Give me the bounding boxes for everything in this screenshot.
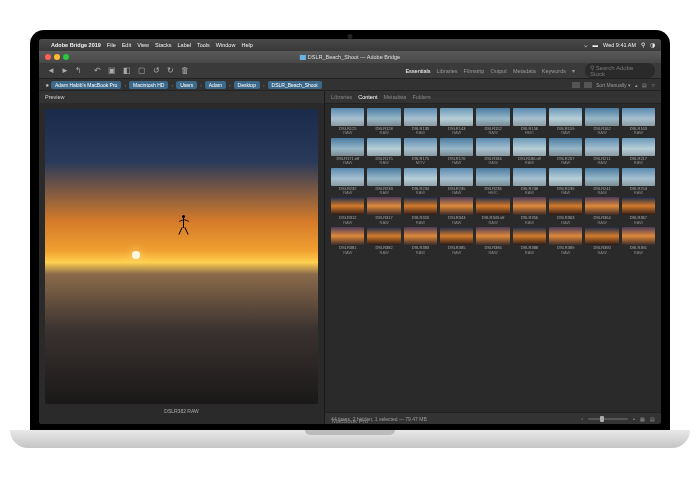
thumbnail[interactable]: DSLR175RAW [367, 138, 400, 166]
thumbnail[interactable]: DSLR343RAW [440, 197, 473, 225]
view-mode-icon[interactable]: ▦ [640, 416, 645, 422]
thumbnail[interactable]: DSLR239RAW [549, 168, 582, 196]
trash-icon[interactable]: 🗑 [179, 66, 191, 75]
star-filter-icon[interactable]: ☆ [651, 82, 655, 88]
tab-metadata[interactable]: Metadata [383, 94, 406, 100]
thumbnail[interactable]: DSLR159RAW [549, 108, 582, 136]
favorites-icon[interactable]: ★ [45, 82, 49, 88]
thumbnail[interactable]: DSLR156HEIC [513, 108, 546, 136]
ws-libraries[interactable]: Libraries [437, 68, 458, 74]
ws-output[interactable]: Output [490, 68, 507, 74]
thumbnail[interactable]: DSLR381RAW [331, 227, 364, 255]
thumbnail[interactable]: DSLR128RAW [367, 108, 400, 136]
thumbnail[interactable]: DSLR143RAW [440, 108, 473, 136]
ws-metadata[interactable]: Metadata [513, 68, 536, 74]
ws-keywords[interactable]: Keywords [542, 68, 566, 74]
fullscreen-button[interactable] [63, 54, 69, 60]
battery-icon[interactable]: ▬ [593, 42, 599, 48]
back-button[interactable]: ◄ [45, 66, 57, 75]
up-button[interactable]: ↰ [73, 66, 84, 75]
zoom-in-icon[interactable]: ▪ [633, 416, 635, 422]
thumbnail[interactable]: DSLR171.tiffRAW [331, 138, 364, 166]
thumbnail[interactable]: DSLR386RAW [476, 227, 509, 255]
tab-libraries[interactable]: Libraries [331, 94, 352, 100]
preview-image[interactable] [45, 109, 318, 404]
menu-view[interactable]: View [137, 42, 149, 48]
thumbnail[interactable]: DSLR238RAW [513, 168, 546, 196]
thumbnail[interactable]: DSLR125RAW [331, 108, 364, 136]
sort-dropdown[interactable]: Sort Manually ▾ [596, 82, 631, 88]
thumbnail[interactable]: DSLR312RAW [331, 197, 364, 225]
thumbnail[interactable]: DSLR241RAW [585, 168, 618, 196]
menu-stacks[interactable]: Stacks [155, 42, 172, 48]
spotlight-icon[interactable]: ⚲ [641, 42, 645, 48]
thumbnail[interactable]: DSLR162RAW [585, 108, 618, 136]
zoom-out-icon[interactable]: ▫ [581, 416, 583, 422]
clock[interactable]: Wed 9:41 AM [603, 42, 636, 48]
thumbnail[interactable]: DSLR383RAW [404, 227, 437, 255]
menu-tools[interactable]: Tools [197, 42, 210, 48]
thumbnail[interactable]: DSLR382RAW [367, 227, 400, 255]
menu-help[interactable]: Help [241, 42, 252, 48]
thumbnail[interactable]: DSLR367RAW [622, 197, 655, 225]
wifi-icon[interactable]: ⌵ [584, 42, 588, 48]
thumbnail[interactable]: DSLR184RAW [476, 138, 509, 166]
thumbnail[interactable]: DSLR253RAW [622, 168, 655, 196]
crumb-folder[interactable]: DSLR_Beach_Shoot [268, 81, 322, 89]
search-input[interactable]: ⚲ Search Adobe Stock [585, 63, 655, 78]
thumbnail[interactable]: DSLR349.tiffRAW [476, 197, 509, 225]
thumbnail[interactable]: DSLR389RAW [549, 227, 582, 255]
rotate-cw-icon[interactable]: ↻ [165, 66, 176, 75]
thumbnail[interactable]: DSLR130RAW [404, 108, 437, 136]
menu-label[interactable]: Label [178, 42, 191, 48]
filter-icon[interactable]: ▤ [642, 82, 647, 88]
menu-window[interactable]: Window [216, 42, 236, 48]
thumbnail[interactable]: DSLR236HEIC [476, 168, 509, 196]
ws-essentials[interactable]: Essentials [405, 68, 430, 74]
thumbnail[interactable]: DSLR235RAW [440, 168, 473, 196]
tab-folders[interactable]: Folders [412, 94, 430, 100]
menu-edit[interactable]: Edit [122, 42, 131, 48]
crumb-user[interactable]: Adam [205, 81, 226, 89]
view-list-icon[interactable] [584, 82, 592, 88]
preview-tab[interactable]: Preview [39, 91, 324, 103]
crumb-disk[interactable]: Macintosh HD [129, 81, 168, 89]
zoom-slider[interactable] [588, 418, 628, 420]
view-grid-icon[interactable] [572, 82, 580, 88]
sort-asc-icon[interactable]: ▴ [635, 82, 638, 88]
thumbnail[interactable]: DSLR163RAW [622, 108, 655, 136]
thumbnail[interactable]: DSLR385RAW [440, 227, 473, 255]
thumbnail[interactable]: DSLR211RAW [585, 138, 618, 166]
camera-import-icon[interactable]: ▣ [106, 66, 118, 75]
siri-icon[interactable]: ◑ [650, 42, 655, 48]
thumbnail[interactable]: DSLR320RAW [404, 197, 437, 225]
ws-filmstrip[interactable]: Filmstrip [464, 68, 485, 74]
thumbnail[interactable]: DSLR388RAW [513, 227, 546, 255]
thumbnail[interactable]: DSLR233RAW [367, 168, 400, 196]
app-name[interactable]: Adobe Bridge 2019 [51, 42, 101, 48]
view-mode2-icon[interactable]: ▤ [650, 416, 655, 422]
thumbnail[interactable]: DSLR175MOV [404, 138, 437, 166]
thumbnail[interactable]: DSLR363RAW [549, 197, 582, 225]
thumbnail[interactable]: DSLR186.tiffRAW [513, 138, 546, 166]
open-icon[interactable]: ▢ [136, 66, 148, 75]
thumbnail[interactable]: DSLR317RAW [367, 197, 400, 225]
close-button[interactable] [45, 54, 51, 60]
tab-content[interactable]: Content [358, 94, 377, 100]
thumbnail[interactable]: DSLR232RAW [331, 168, 364, 196]
thumbnail[interactable]: DSLR207RAW [549, 138, 582, 166]
rotate-ccw-icon[interactable]: ↺ [151, 66, 162, 75]
thumbnail[interactable]: DSLR391RAW [622, 227, 655, 255]
refine-icon[interactable]: ◧ [121, 66, 133, 75]
thumbnail[interactable]: DSLR152RAW [476, 108, 509, 136]
thumbnail[interactable]: DSLR390RAW [585, 227, 618, 255]
minimize-button[interactable] [54, 54, 60, 60]
thumbnail[interactable]: DSLR364RAW [585, 197, 618, 225]
menu-file[interactable]: File [107, 42, 116, 48]
thumbnail[interactable]: DSLR234RAW [404, 168, 437, 196]
boomerang-icon[interactable]: ↶ [92, 66, 103, 75]
crumb-computer[interactable]: Adam Habib's MacBook Pro [51, 81, 121, 89]
thumbnail[interactable]: DSLR217RAW [622, 138, 655, 166]
forward-button[interactable]: ► [59, 66, 71, 75]
ws-more-icon[interactable]: ▾ [572, 68, 575, 74]
